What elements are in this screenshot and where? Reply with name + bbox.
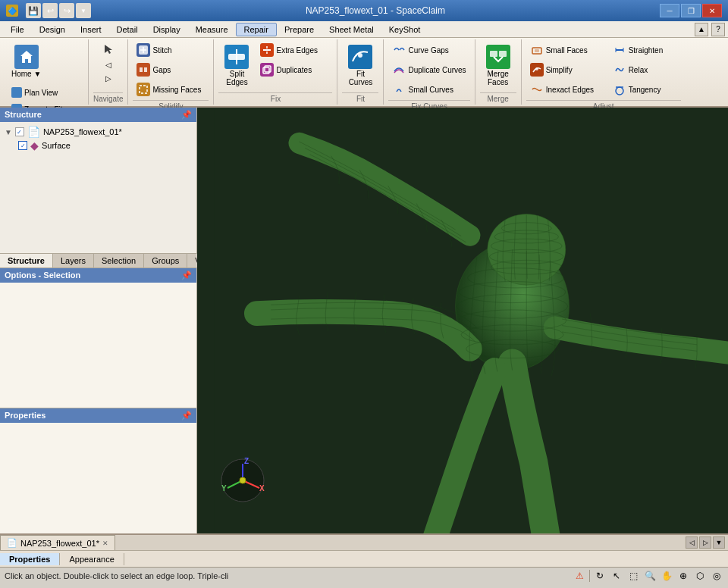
relax-label: Relax xyxy=(629,66,648,74)
svg-rect-9 xyxy=(535,49,539,52)
curve-gaps-button[interactable]: Curve Gaps xyxy=(388,41,464,59)
dropdown-button[interactable]: ▼ xyxy=(76,3,91,18)
tab-structure[interactable]: Structure xyxy=(0,254,53,267)
menu-keyshot[interactable]: KeyShot xyxy=(381,23,428,36)
menu-sheetmetal[interactable]: Sheet Metal xyxy=(322,23,381,36)
status-text: Click an object. Double-click to select … xyxy=(5,571,566,580)
solidify-buttons: Stitch Gaps Missing Faces xyxy=(133,41,209,99)
extra-edges-icon xyxy=(260,43,274,57)
tree-check-surface[interactable]: ✓ xyxy=(18,141,27,150)
bottom-nav-menu[interactable]: ▼ xyxy=(713,536,725,549)
panel-tabs: Structure Layers Selection Groups Views xyxy=(0,253,196,268)
select-arrow-icon[interactable]: ↖ xyxy=(610,569,623,583)
inexact-edges-button[interactable]: Inexact Edges xyxy=(526,80,606,99)
tab-groups[interactable]: Groups xyxy=(144,254,187,267)
fit-curves-button[interactable]: Fit Curves xyxy=(342,41,378,90)
tangency-button[interactable]: Tangency xyxy=(609,80,681,99)
back-button[interactable]: ◁ xyxy=(97,58,120,71)
svg-text:X: X xyxy=(259,484,265,493)
svg-point-11 xyxy=(616,87,623,95)
tab-layers[interactable]: Layers xyxy=(53,254,94,267)
options-pin[interactable]: 📌 xyxy=(181,271,192,280)
tab-selection[interactable]: Selection xyxy=(94,254,144,267)
small-curves-icon xyxy=(392,83,406,96)
nav2-icon[interactable]: ◎ xyxy=(710,569,723,583)
merge-faces-button[interactable]: Merge Faces xyxy=(480,41,516,90)
ribbon-group-navigate: ◁ ▷ Navigate xyxy=(89,39,128,105)
navigate-buttons: ◁ ▷ xyxy=(97,41,120,91)
duplicate-curves-button[interactable]: Duplicate Curves xyxy=(388,61,469,79)
stitch-button[interactable]: Stitch xyxy=(133,41,209,59)
tree-expand-icon: ▼ xyxy=(5,128,12,136)
ribbon-group-fix-curves: Curve Gaps Duplicate Curves Small Curves… xyxy=(384,39,475,105)
tree-item-surface[interactable]: ✓ ◆ Surface xyxy=(3,139,193,152)
tangency-label: Tangency xyxy=(629,86,661,94)
bottom-panel-tabs: Properties Appearance xyxy=(0,550,728,567)
options-content xyxy=(0,283,196,408)
split-edges-button[interactable]: Split Edges xyxy=(218,41,255,90)
menu-insert[interactable]: Insert xyxy=(73,23,109,36)
redo-button[interactable]: ↪ xyxy=(59,3,74,18)
minimize-button[interactable]: ─ xyxy=(660,4,679,17)
tree-item-nap253[interactable]: ▼ ✓ 📄 NAP253_flowext_01* xyxy=(3,125,193,139)
zoom-icon[interactable]: 🔍 xyxy=(643,569,657,583)
plan-view-label: Plan View xyxy=(24,89,58,97)
bottom-tabs-bar: 📄 NAP253_flowext_01* ✕ ◁ ▷ ▼ xyxy=(0,533,728,550)
menu-file[interactable]: File xyxy=(3,23,32,36)
nav1-icon[interactable]: ⬡ xyxy=(693,569,707,583)
small-faces-button[interactable]: Small Faces xyxy=(526,41,606,59)
help-button[interactable]: ? xyxy=(711,23,725,36)
error-icon[interactable]: ⚠ xyxy=(573,569,586,583)
split-edges-label: Split Edges xyxy=(226,70,247,86)
bptab-properties[interactable]: Properties xyxy=(0,553,60,565)
bottom-tab-label: NAP253_flowext_01* xyxy=(20,539,99,548)
app-icon: 🔷 xyxy=(6,5,18,17)
menu-measure[interactable]: Measure xyxy=(188,23,236,36)
missing-faces-button[interactable]: Missing Faces xyxy=(133,80,209,99)
plan-view-button[interactable]: Plan View xyxy=(8,85,83,100)
bottom-nav-next[interactable]: ▷ xyxy=(699,536,711,549)
duplicates-button[interactable]: Duplicates xyxy=(256,61,332,79)
menu-design[interactable]: Design xyxy=(32,23,73,36)
extra-edges-button[interactable]: Extra Edges xyxy=(256,41,332,59)
menu-detail[interactable]: Detail xyxy=(109,23,146,36)
surface-icon: ◆ xyxy=(30,139,39,152)
bptab-appearance[interactable]: Appearance xyxy=(60,553,124,565)
undo-button[interactable]: ↩ xyxy=(42,3,58,18)
tangency-icon xyxy=(613,83,626,96)
bottom-nav-prev[interactable]: ◁ xyxy=(686,536,698,549)
menu-prepare[interactable]: Prepare xyxy=(277,23,322,36)
bottom-tab-nap253[interactable]: 📄 NAP253_flowext_01* ✕ xyxy=(0,535,115,550)
properties-pin[interactable]: 📌 xyxy=(181,411,192,421)
simplify-button[interactable]: Simplify xyxy=(526,61,606,79)
structure-pin[interactable]: 📌 xyxy=(181,110,192,120)
gaps-button[interactable]: Gaps xyxy=(133,61,209,79)
titlebar-controls: ─ ❒ ✕ xyxy=(660,4,722,17)
main-area: Structure 📌 ▼ ✓ 📄 NAP253_flowext_01* ✓ ◆… xyxy=(0,108,728,533)
forward-button[interactable]: ▷ xyxy=(97,72,120,85)
tree-check-nap253[interactable]: ✓ xyxy=(15,127,24,136)
menu-display[interactable]: Display xyxy=(146,23,188,36)
mesh-viewport[interactable] xyxy=(197,108,728,533)
home-button[interactable]: Home ▼ xyxy=(8,41,45,82)
ribbon-collapse-button[interactable]: ▲ xyxy=(695,23,708,36)
menu-repair[interactable]: Repair xyxy=(236,23,277,36)
relax-button[interactable]: Relax xyxy=(609,61,681,79)
structure-tree: ▼ ✓ 📄 NAP253_flowext_01* ✓ ◆ Surface xyxy=(0,122,196,253)
box-select-icon[interactable]: ⬚ xyxy=(626,569,640,583)
orbit-icon[interactable]: ⊕ xyxy=(676,569,690,583)
small-curves-button[interactable]: Small Curves xyxy=(388,80,464,99)
rotate-icon[interactable]: ↻ xyxy=(593,569,607,583)
viewport[interactable]: Click an object. Double-click to select … xyxy=(197,108,728,533)
small-curves-label: Small Curves xyxy=(408,86,453,94)
structure-title: Structure xyxy=(5,110,42,120)
restore-button[interactable]: ❒ xyxy=(681,4,701,17)
pan-icon[interactable]: ✋ xyxy=(660,569,673,583)
save-button[interactable]: 💾 xyxy=(26,3,41,18)
close-button[interactable]: ✕ xyxy=(702,4,722,17)
straighten-button[interactable]: Straighten xyxy=(609,41,681,59)
inexact-edges-icon xyxy=(530,83,544,96)
ribbon: Home ▼ Plan View Zoom to Fit Clip Plane xyxy=(0,38,728,108)
select-arrow-button[interactable] xyxy=(97,41,120,58)
bottom-tab-close[interactable]: ✕ xyxy=(102,540,108,547)
